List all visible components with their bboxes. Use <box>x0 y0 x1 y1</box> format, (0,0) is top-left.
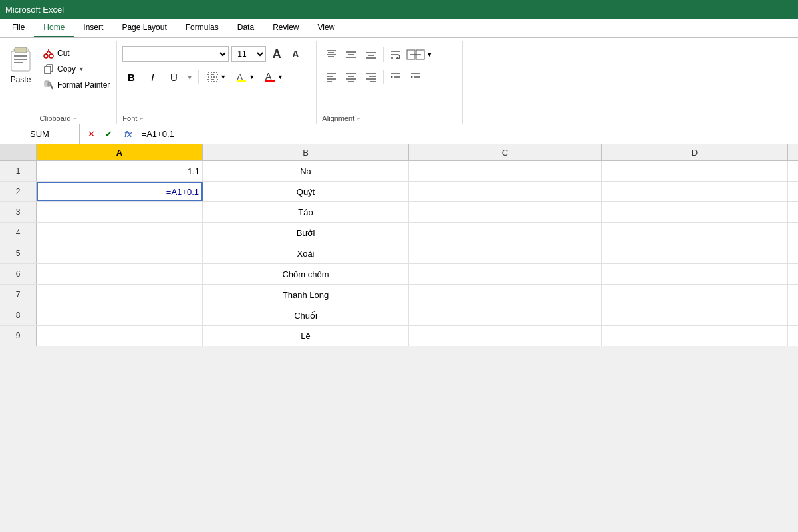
cell-c9[interactable] <box>409 326 602 346</box>
cell-c1[interactable] <box>409 161 602 181</box>
underline-button[interactable]: U <box>165 68 182 86</box>
paste-button[interactable]: Paste <box>4 43 37 87</box>
highlight-dropdown[interactable]: ▼ <box>249 74 255 80</box>
cell-a5[interactable] <box>37 243 203 263</box>
cell-a1[interactable]: 1.1 <box>37 161 203 181</box>
tab-file[interactable]: File <box>3 19 34 37</box>
increase-indent-button[interactable] <box>406 68 425 86</box>
cell-a3[interactable] <box>37 202 203 222</box>
cell-b3[interactable]: Táo <box>203 202 409 222</box>
align-left-button[interactable] <box>322 68 340 86</box>
row-header-7[interactable]: 7 <box>0 285 37 305</box>
cell-a2[interactable]: =A1+0.1 <box>37 182 203 201</box>
cell-b8[interactable]: Chuối <box>203 305 409 325</box>
cell-a9[interactable] <box>37 326 203 346</box>
cell-d7[interactable] <box>602 285 788 305</box>
copy-button[interactable]: Copy ▼ <box>40 62 112 76</box>
function-icon[interactable]: fx <box>120 129 136 139</box>
cell-c2[interactable] <box>409 182 602 201</box>
align-bottom-button[interactable] <box>362 46 380 63</box>
tab-home[interactable]: Home <box>34 19 74 37</box>
cell-b1[interactable]: Na <box>203 161 409 181</box>
cell-b6[interactable]: Chôm chôm <box>203 264 409 284</box>
cell-b9[interactable]: Lê <box>203 326 409 346</box>
row-header-1[interactable]: 1 <box>0 161 37 181</box>
tab-page-layout[interactable]: Page Layout <box>112 19 176 37</box>
wrap-text-button[interactable] <box>386 46 405 63</box>
confirm-button[interactable]: ✔ <box>101 127 116 142</box>
bold-button[interactable]: B <box>122 68 140 86</box>
font-expand-icon[interactable]: ⌐ <box>140 115 143 122</box>
col-header-b[interactable]: B <box>203 144 409 160</box>
decrease-indent-button[interactable] <box>386 68 405 86</box>
cell-a4[interactable] <box>37 223 203 243</box>
italic-button[interactable]: I <box>144 68 161 86</box>
cell-b5[interactable]: Xoài <box>203 243 409 263</box>
underline-dropdown[interactable]: ▼ <box>186 74 193 81</box>
cell-c3[interactable] <box>409 202 602 222</box>
cell-c5[interactable] <box>409 243 602 263</box>
row-header-5[interactable]: 5 <box>0 243 37 263</box>
cell-b2[interactable]: Quýt <box>203 182 409 201</box>
cell-c6[interactable] <box>409 264 602 284</box>
cell-d3[interactable] <box>602 202 788 222</box>
cell-b7[interactable]: Thanh Long <box>203 285 409 305</box>
clipboard-expand-icon[interactable]: ⌐ <box>74 115 77 122</box>
row-header-9[interactable]: 9 <box>0 326 37 346</box>
svg-rect-12 <box>45 66 51 74</box>
col-header-a[interactable]: A <box>37 144 203 160</box>
cell-d8[interactable] <box>602 305 788 325</box>
align-middle-button[interactable] <box>342 46 360 63</box>
align-center-button[interactable] <box>342 68 360 86</box>
tab-review[interactable]: Review <box>263 19 308 37</box>
svg-text:A: A <box>265 71 272 82</box>
alignment-expand-icon[interactable]: ⌐ <box>357 115 360 122</box>
cell-a6[interactable] <box>37 264 203 284</box>
merge-dropdown[interactable]: ▼ <box>426 51 432 58</box>
cancel-button[interactable]: ✕ <box>84 127 98 142</box>
cell-d5[interactable] <box>602 243 788 263</box>
cell-d4[interactable] <box>602 223 788 243</box>
font-color-button[interactable]: A ▼ <box>261 70 286 84</box>
cell-d1[interactable] <box>602 161 788 181</box>
cell-d6[interactable] <box>602 264 788 284</box>
svg-line-8 <box>46 51 49 54</box>
row-header-6[interactable]: 6 <box>0 264 37 284</box>
cell-d2[interactable] <box>602 182 788 201</box>
align-top-button[interactable] <box>322 46 340 63</box>
formula-input[interactable] <box>136 124 798 144</box>
cell-b4[interactable]: Bưởi <box>203 223 409 243</box>
cell-a7[interactable] <box>37 285 203 305</box>
ribbon-tabs: File Home Insert Page Layout Formulas Da… <box>0 19 798 38</box>
svg-rect-18 <box>208 78 212 82</box>
tab-formulas[interactable]: Formulas <box>176 19 228 37</box>
borders-dropdown[interactable]: ▼ <box>220 74 226 80</box>
row-header-8[interactable]: 8 <box>0 305 37 325</box>
font-size-select[interactable]: 11 89101214 <box>231 46 266 62</box>
col-header-c[interactable]: C <box>409 144 602 160</box>
row-header-4[interactable]: 4 <box>0 223 37 243</box>
font-name-select[interactable] <box>122 46 229 62</box>
font-color-dropdown[interactable]: ▼ <box>277 74 283 80</box>
tab-data[interactable]: Data <box>228 19 263 37</box>
cut-button[interactable]: Cut <box>40 46 112 61</box>
tab-view[interactable]: View <box>309 19 344 37</box>
font-shrink-button[interactable]: A <box>287 46 303 62</box>
font-grow-button[interactable]: A <box>269 46 285 62</box>
cell-c7[interactable] <box>409 285 602 305</box>
cell-c4[interactable] <box>409 223 602 243</box>
copy-dropdown-icon[interactable]: ▼ <box>78 66 84 72</box>
name-box[interactable] <box>0 124 80 144</box>
align-right-button[interactable] <box>362 68 380 86</box>
cell-a8[interactable] <box>37 305 203 325</box>
row-header-2[interactable]: 2 <box>0 182 37 201</box>
cell-c8[interactable] <box>409 305 602 325</box>
merge-center-button[interactable] <box>406 46 425 63</box>
cell-d9[interactable] <box>602 326 788 346</box>
tab-insert[interactable]: Insert <box>74 19 112 37</box>
row-header-3[interactable]: 3 <box>0 202 37 222</box>
col-header-d[interactable]: D <box>602 144 788 160</box>
highlight-color-button[interactable]: A ▼ <box>233 70 257 84</box>
borders-button[interactable]: ▼ <box>204 70 229 84</box>
format-painter-button[interactable]: Format Painter <box>40 78 112 92</box>
